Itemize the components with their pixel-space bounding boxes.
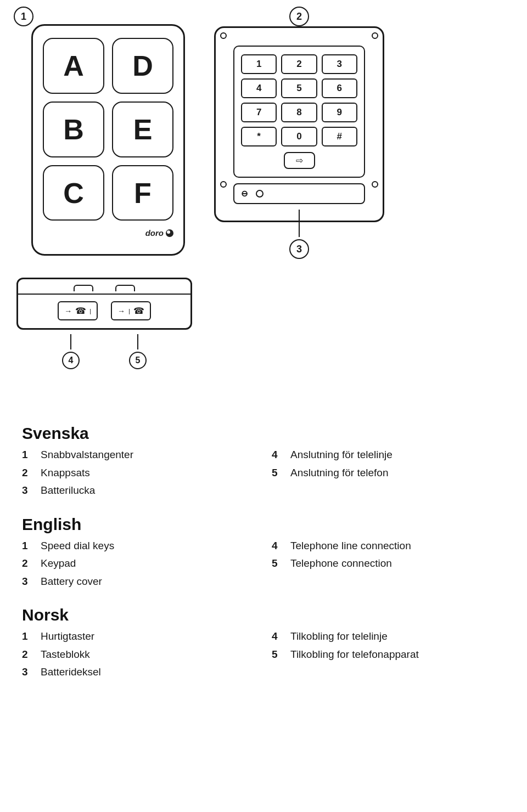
connector-box-left: → ☎ |	[58, 301, 98, 320]
list-item: 1Speed dial keys	[22, 538, 255, 554]
kp-9: 9	[322, 103, 357, 122]
kp-arrow-button: ⇨	[284, 152, 315, 169]
kp-2: 2	[281, 54, 317, 74]
arr-line-4	[70, 334, 71, 349]
phone-icon-right: ☎	[133, 306, 144, 316]
list-item: 5Tilkobling for telefonapparat	[272, 647, 505, 663]
diagrams-area: 1 A D B E C F doro	[0, 0, 527, 369]
kp-star: *	[241, 127, 277, 146]
list-item: 4Anslutning för telelinje	[272, 447, 505, 463]
left-col-svenska: 1Snabbvalstangenter2Knappsats3Batteriluc…	[22, 447, 255, 501]
items-row-svenska: 1Snabbvalstangenter2Knappsats3Batteriluc…	[22, 447, 505, 501]
list-item: 3Battery cover	[22, 574, 255, 590]
lang-title-norsk: Norsk	[22, 606, 505, 624]
panel-circle-btn	[256, 190, 264, 198]
label-5: 5	[129, 352, 147, 369]
doro-logo: doro	[43, 228, 173, 238]
arrow-right-icon: →	[64, 307, 72, 315]
lang-title-svenska: Svenska	[22, 424, 505, 443]
left-col-english: 1Speed dial keys2Keypad3Battery cover	[22, 538, 255, 592]
key-F: F	[112, 165, 173, 221]
kp-hash: #	[322, 127, 357, 146]
label-3: 3	[289, 239, 309, 259]
screw-br	[372, 181, 378, 188]
bump-left	[74, 285, 93, 291]
screw-tr	[372, 32, 378, 39]
keypad-device: 1 2 3 4 5 6 7 8 9 * 0 #	[214, 26, 384, 222]
label-2: 2	[289, 7, 309, 26]
label-1: 1	[14, 7, 33, 26]
screw-bl	[220, 181, 227, 188]
speed-dial-device: A D B E C F doro	[31, 24, 185, 256]
list-item: 1Snabbvalstangenter	[22, 447, 255, 463]
left-diagram-column: 1 A D B E C F doro	[16, 16, 192, 369]
device3-wrap: → ☎ | → | ☎ 4	[16, 278, 192, 369]
device2-bottom-panel: ⊖	[233, 183, 365, 204]
key-A: A	[43, 38, 104, 94]
key-B: B	[43, 101, 104, 157]
lang-section-norsk: Norsk1Hurtigtaster2Tasteblokk3Batteridek…	[22, 606, 505, 683]
list-item: 4Tilkobling for telelinje	[272, 629, 505, 645]
list-item: 2Knappsats	[22, 465, 255, 481]
bump-right	[115, 285, 135, 291]
connector-body: → ☎ | → | ☎	[18, 294, 190, 328]
kp-6: 6	[322, 78, 357, 98]
list-item: 3Batterilucka	[22, 483, 255, 499]
lang-section-svenska: Svenska1Snabbvalstangenter2Knappsats3Bat…	[22, 424, 505, 501]
device2-wrap: 2 1 2 3 4 5 6	[214, 16, 384, 222]
arr-line-5	[137, 334, 138, 349]
key-E: E	[112, 101, 173, 157]
kp-4: 4	[241, 78, 277, 98]
kp-8: 8	[281, 103, 317, 122]
list-item: 3Batterideksel	[22, 664, 255, 680]
key-grid: A D B E C F	[43, 38, 173, 221]
kp-0: 0	[281, 127, 317, 146]
items-row-english: 1Speed dial keys2Keypad3Battery cover4Te…	[22, 538, 505, 592]
right-col-english: 4Telephone line connection5Telephone con…	[272, 538, 505, 592]
right-diagram-column: 2 1 2 3 4 5 6	[214, 16, 511, 222]
list-item: 2Keypad	[22, 556, 255, 572]
right-col-norsk: 4Tilkobling for telelinje5Tilkobling for…	[272, 629, 505, 683]
list-item: 5Anslutning för telefon	[272, 465, 505, 481]
left-col-norsk: 1Hurtigtaster2Tasteblokk3Batterideksel	[22, 629, 255, 683]
arrow-right-icon-2: →	[117, 307, 125, 315]
top-bumps	[18, 285, 190, 291]
lang-title-english: English	[22, 515, 505, 534]
items-row-norsk: 1Hurtigtaster2Tasteblokk3Batterideksel4T…	[22, 629, 505, 683]
list-item: 4Telephone line connection	[272, 538, 505, 554]
kp-5: 5	[281, 78, 317, 98]
keypad-inner: 1 2 3 4 5 6 7 8 9 * 0 #	[233, 46, 365, 178]
text-area: Svenska1Snabbvalstangenter2Knappsats3Bat…	[0, 408, 527, 713]
key-C: C	[43, 165, 104, 221]
arrow-labels-45: 4 5	[16, 334, 192, 369]
key-D: D	[112, 38, 173, 94]
connector-device: → ☎ | → | ☎	[16, 278, 192, 330]
kp-1: 1	[241, 54, 277, 74]
lang-section-english: English1Speed dial keys2Keypad3Battery c…	[22, 515, 505, 592]
panel-minus-icon: ⊖	[241, 189, 248, 199]
keypad-grid: 1 2 3 4 5 6 7 8 9 * 0 #	[241, 54, 357, 146]
screw-tl	[220, 32, 227, 39]
list-item: 2Tasteblokk	[22, 647, 255, 663]
arr-line-3	[299, 210, 300, 237]
connector-box-right: → | ☎	[111, 301, 151, 320]
label-4: 4	[62, 352, 80, 369]
kp-7: 7	[241, 103, 277, 122]
label-4-wrap: 4	[62, 334, 80, 369]
list-item: 5Telephone connection	[272, 556, 505, 572]
right-col-svenska: 4Anslutning för telelinje5Anslutning för…	[272, 447, 505, 501]
kp-3: 3	[322, 54, 357, 74]
arrow-symbol: ⇨	[296, 155, 303, 166]
label-5-wrap: 5	[129, 334, 147, 369]
device1-wrap: 1 A D B E C F doro	[24, 16, 185, 256]
phone-icon-left: ☎	[75, 306, 86, 316]
list-item: 1Hurtigtaster	[22, 629, 255, 645]
label-3-wrap: 3	[289, 210, 309, 259]
kp-arrow-row: ⇨	[241, 152, 357, 169]
doro-dot-icon	[166, 229, 173, 237]
